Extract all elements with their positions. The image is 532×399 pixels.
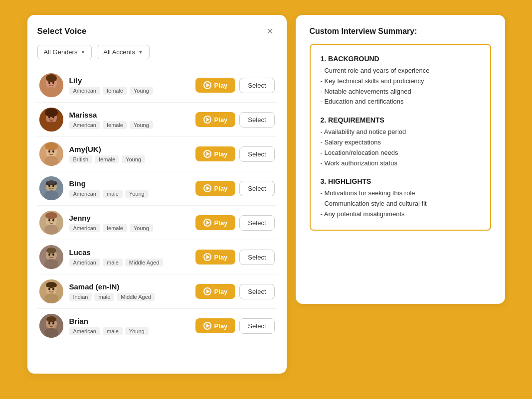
play-button-lily[interactable]: Play (195, 78, 236, 93)
voice-tag: Young (125, 327, 149, 335)
voice-tag: Young (130, 224, 153, 232)
voice-tag: male (103, 327, 123, 335)
section-item-2-3: - Location/relocation needs (321, 148, 480, 158)
play-icon (203, 287, 211, 295)
voice-tag: female (95, 155, 119, 163)
play-button-amy[interactable]: Play (195, 146, 236, 161)
voice-name-lily: Lily (69, 76, 189, 85)
voice-actions-amy: Play Select (195, 146, 275, 162)
voice-actions-jenny: Play Select (195, 215, 275, 231)
avatar-bing (39, 176, 63, 200)
summary-box: 1. BACKGROUND- Current role and years of… (310, 44, 491, 231)
avatar-brian (39, 314, 63, 338)
voice-name-marissa: Marissa (69, 111, 189, 119)
voice-info-jenny: Jenny AmericanfemaleYoung (69, 214, 189, 232)
voice-tag: American (69, 190, 100, 198)
chevron-down-icon: ▼ (80, 49, 85, 55)
voice-tags-jenny: AmericanfemaleYoung (69, 224, 189, 232)
voice-tags-brian: AmericanmaleYoung (69, 327, 189, 335)
svg-point-27 (44, 225, 58, 235)
svg-point-5 (46, 74, 57, 82)
svg-point-46 (48, 322, 50, 325)
voice-info-brian: Brian AmericanmaleYoung (69, 317, 189, 335)
svg-point-34 (48, 254, 50, 256)
svg-point-29 (52, 219, 54, 222)
play-button-lucas[interactable]: Play (195, 250, 236, 265)
play-button-jenny[interactable]: Play (195, 215, 236, 230)
svg-point-17 (45, 142, 58, 150)
select-button-lily[interactable]: Select (239, 78, 274, 93)
voice-tag: Young (130, 87, 153, 95)
voice-item-lucas: Lucas AmericanmaleMiddle Aged Play Selec… (37, 240, 277, 274)
play-icon (203, 322, 211, 330)
close-button[interactable]: ✕ (263, 26, 277, 37)
summary-section-2: 2. REQUIREMENTS- Availability and notice… (321, 116, 480, 168)
gender-filter[interactable]: All Genders▼ (37, 45, 92, 59)
summary-section-3: 3. HIGHLIGHTS- Motivations for seeking t… (321, 177, 480, 219)
voice-tag: British (69, 155, 93, 163)
svg-point-40 (48, 288, 50, 290)
section-item-3-1: - Motivations for seeking this role (321, 188, 480, 199)
voice-info-lily: Lily AmericanfemaleYoung (69, 76, 189, 95)
voice-tags-amy: BritishfemaleYoung (69, 155, 189, 163)
select-button-marissa[interactable]: Select (239, 112, 274, 128)
panel-header: Select Voice ✕ (37, 26, 277, 37)
summary-title: Custom Interview Summary: (310, 27, 491, 36)
voice-actions-samad: Play Select (195, 284, 275, 299)
svg-point-33 (44, 259, 58, 269)
section-item-3-2: - Communication style and cultural fit (321, 199, 480, 209)
voice-list: Lily AmericanfemaleYoung Play Select Mar… (37, 68, 277, 343)
select-button-brian[interactable]: Select (239, 318, 274, 334)
voice-info-bing: Bing AmericanmaleYoung (69, 179, 189, 198)
avatar-lily (39, 73, 63, 97)
select-button-lucas[interactable]: Select (239, 250, 274, 265)
play-button-brian[interactable]: Play (195, 318, 236, 333)
voice-tag: Middle Aged (117, 293, 155, 301)
select-button-amy[interactable]: Select (239, 146, 274, 162)
play-icon (203, 184, 211, 192)
section-item-1-2: - Key technical skills and proficiency (321, 76, 480, 87)
voice-item-marissa: Marissa AmericanfemaleYoung Play Select (37, 103, 277, 137)
section-heading-3: 3. HIGHLIGHTS (321, 177, 480, 185)
play-icon (203, 150, 211, 158)
voice-tag: American (69, 224, 100, 232)
voice-tag: Indian (69, 293, 92, 301)
voice-tags-lucas: AmericanmaleMiddle Aged (69, 259, 189, 266)
voice-item-bing: Bing AmericanmaleYoung Play Select (37, 171, 277, 206)
voice-tag: American (69, 121, 100, 129)
accent-filter[interactable]: All Accents▼ (97, 45, 150, 59)
voice-tags-bing: AmericanmaleYoung (69, 190, 189, 198)
voice-item-jenny: Jenny AmericanfemaleYoung Play Select (37, 206, 277, 240)
play-button-marissa[interactable]: Play (195, 112, 236, 127)
section-item-1-4: - Education and certifications (321, 97, 480, 107)
select-button-jenny[interactable]: Select (239, 215, 274, 231)
voice-name-amy: Amy(UK) (69, 145, 189, 153)
filters-row: All Genders▼All Accents▼ (37, 45, 277, 59)
play-icon (203, 116, 211, 124)
svg-point-47 (52, 322, 54, 325)
voice-tag: Young (125, 190, 149, 198)
play-icon (203, 81, 211, 89)
voice-tag: male (103, 190, 123, 198)
summary-panel: Custom Interview Summary: 1. BACKGROUND-… (296, 15, 505, 304)
voice-tag: American (69, 87, 100, 95)
svg-point-45 (44, 328, 58, 338)
summary-section-1: 1. BACKGROUND- Current role and years of… (321, 55, 480, 107)
play-button-samad[interactable]: Play (195, 284, 236, 299)
play-button-bing[interactable]: Play (195, 181, 236, 196)
section-item-1-1: - Current role and years of experience (321, 66, 480, 76)
section-item-2-2: - Salary expectations (321, 137, 480, 148)
svg-point-15 (48, 150, 50, 153)
select-button-bing[interactable]: Select (239, 181, 274, 196)
select-button-samad[interactable]: Select (239, 284, 274, 299)
voice-name-lucas: Lucas (69, 248, 189, 257)
svg-point-35 (52, 254, 54, 256)
avatar-samad (39, 279, 63, 303)
svg-point-41 (52, 288, 54, 290)
voice-name-bing: Bing (69, 179, 189, 188)
voice-info-lucas: Lucas AmericanmaleMiddle Aged (69, 248, 189, 266)
svg-point-24 (47, 180, 55, 184)
voice-tags-samad: IndianmaleMiddle Aged (69, 293, 189, 301)
voice-tag: male (103, 259, 123, 266)
svg-point-14 (44, 156, 58, 166)
